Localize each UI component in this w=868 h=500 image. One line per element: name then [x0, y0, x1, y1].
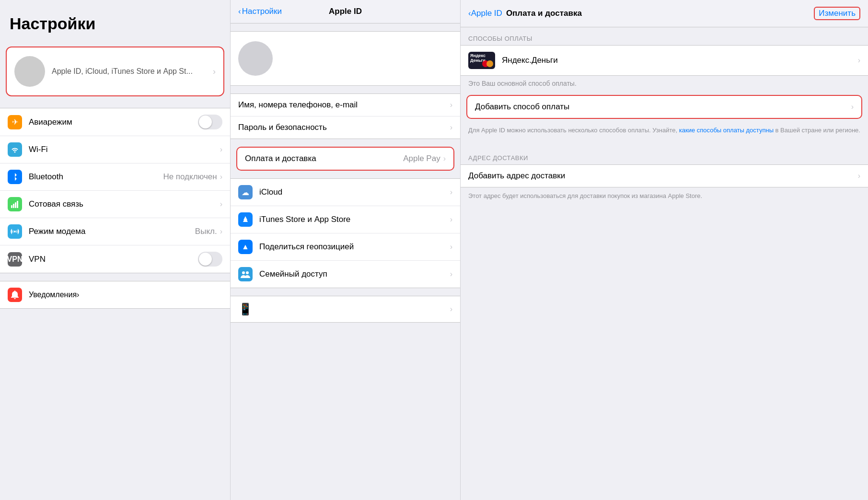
- wifi-row[interactable]: Wi-Fi ›: [0, 136, 230, 163]
- chevron-left-icon: ‹: [238, 7, 241, 16]
- chevron-right-icon: ›: [450, 215, 452, 224]
- wifi-icon: [8, 142, 22, 157]
- svg-rect-3: [17, 201, 18, 208]
- chevron-right-icon: ›: [450, 188, 452, 197]
- svg-rect-1: [13, 204, 14, 208]
- payment-nav-title: Оплата и доставка: [506, 9, 660, 18]
- notifications-icon: [8, 288, 22, 302]
- profile-avatar: [238, 41, 273, 76]
- icloud-label: iCloud: [259, 187, 450, 197]
- airplane-mode-row[interactable]: ✈ Авиарежим: [0, 108, 230, 136]
- location-row[interactable]: ▲ Поделиться геопозицией ›: [231, 233, 460, 261]
- svg-point-6: [246, 271, 249, 274]
- profile-section: [231, 31, 460, 86]
- hotspot-icon: [8, 224, 22, 239]
- name-phone-row[interactable]: Имя, номера телефонов, e-mail ›: [231, 94, 460, 116]
- name-phone-label: Имя, номера телефонов, e-mail: [238, 100, 450, 110]
- add-delivery-row[interactable]: Добавить адрес доставки ›: [461, 164, 868, 187]
- password-security-label: Пароль и безопасность: [238, 123, 450, 132]
- chevron-right-icon: ›: [450, 270, 452, 279]
- payment-delivery-value: Apple Pay: [403, 154, 440, 163]
- icloud-row[interactable]: ☁ iCloud ›: [231, 179, 460, 206]
- back-to-appleid-button[interactable]: ‹ Apple ID: [468, 9, 502, 18]
- add-payment-note: Для Apple ID можно использовать нескольк…: [461, 121, 868, 143]
- chevron-right-icon: ›: [77, 291, 79, 299]
- delivery-note: Этот адрес будет использоваться для дост…: [461, 187, 868, 209]
- vpn-label: VPN: [29, 255, 198, 264]
- appstore-row[interactable]: iTunes Store и App Store ›: [231, 206, 460, 233]
- add-delivery-label: Добавить адрес доставки: [468, 171, 858, 181]
- family-icon: [238, 267, 253, 281]
- airplane-icon: ✈: [8, 115, 22, 129]
- icloud-icon: ☁: [238, 185, 253, 199]
- services-section: ☁ iCloud › iTunes Store и App Store › ▲ …: [231, 178, 460, 288]
- vpn-toggle[interactable]: [198, 252, 222, 267]
- chevron-right-icon: ›: [450, 101, 452, 109]
- chevron-right-icon: ›: [213, 67, 216, 77]
- chevron-right-icon: ›: [450, 305, 452, 314]
- chevron-right-icon: ›: [220, 173, 222, 181]
- svg-point-4: [14, 231, 16, 233]
- add-payment-note-suffix: в Вашей стране или регионе.: [774, 127, 860, 134]
- payment-methods-link[interactable]: какие способы оплаты доступны: [679, 127, 774, 134]
- device-row[interactable]: 📱 ›: [231, 296, 460, 323]
- bluetooth-value: Не подключен: [163, 172, 217, 182]
- back-label: Настройки: [242, 7, 282, 16]
- cellular-label: Сотовая связь: [29, 199, 220, 209]
- vpn-icon: VPN: [8, 252, 22, 267]
- bluetooth-icon: [8, 170, 22, 184]
- vpn-row[interactable]: VPN VPN: [0, 245, 230, 273]
- payment-delivery-row[interactable]: Оплата и доставка Apple Pay ›: [236, 147, 454, 171]
- airplane-toggle[interactable]: [198, 115, 222, 129]
- apple-id-row[interactable]: Apple ID, iCloud, iTunes Store и App St.…: [6, 47, 224, 96]
- bluetooth-label: Bluetooth: [29, 172, 163, 182]
- settings-panel: Настройки Apple ID, iCloud, iTunes Store…: [0, 0, 230, 500]
- password-security-row[interactable]: Пароль и безопасность ›: [231, 116, 460, 139]
- appstore-label: iTunes Store и App Store: [259, 215, 450, 224]
- bluetooth-row[interactable]: Bluetooth Не подключен ›: [0, 163, 230, 191]
- avatar: [14, 56, 45, 87]
- add-payment-label: Добавить способ оплаты: [475, 102, 851, 112]
- chevron-right-icon: ›: [220, 227, 222, 236]
- svg-rect-2: [15, 202, 16, 208]
- notifications-row[interactable]: Уведомления ›: [0, 281, 230, 309]
- chevron-right-icon: ›: [450, 243, 452, 251]
- settings-main-section: ✈ Авиарежим Wi-Fi › Bluetooth Не подключ…: [0, 108, 230, 273]
- payment-section-header: СПОСОБЫ ОПЛАТЫ: [461, 27, 868, 45]
- edit-button[interactable]: Изменить: [814, 7, 860, 20]
- delivery-section-header: АДРЕС ДОСТАВКИ: [461, 147, 868, 164]
- appstore-icon: [238, 212, 253, 227]
- card-subtitle: Это Ваш основной способ оплаты.: [461, 76, 868, 93]
- notifications-label: Уведомления: [29, 291, 77, 299]
- chevron-right-icon: ›: [858, 172, 860, 180]
- payment-nav: ‹ Apple ID Оплата и доставка Изменить: [461, 0, 868, 27]
- apple-id-nav: ‹ Настройки Apple ID: [231, 0, 460, 23]
- svg-point-5: [242, 271, 245, 274]
- hotspot-value: Выкл.: [195, 227, 217, 236]
- card-row[interactable]: ЯндексДеньги Яндекс.Деньги ›: [461, 45, 868, 76]
- chevron-right-icon: ›: [858, 56, 860, 65]
- add-payment-note-text: Для Apple ID можно использовать нескольк…: [468, 127, 679, 134]
- settings-title: Настройки: [0, 0, 230, 43]
- airplane-mode-label: Авиарежим: [29, 117, 198, 127]
- cellular-row[interactable]: Сотовая связь ›: [0, 191, 230, 218]
- hotspot-row[interactable]: Режим модема Выкл. ›: [0, 218, 230, 245]
- location-label: Поделиться геопозицией: [259, 242, 450, 252]
- chevron-right-icon: ›: [220, 145, 222, 154]
- wifi-label: Wi-Fi: [29, 145, 220, 154]
- apple-id-nav-title: Apple ID: [329, 7, 362, 16]
- chevron-right-icon: ›: [851, 103, 854, 111]
- family-row[interactable]: Семейный доступ ›: [231, 261, 460, 288]
- hotspot-label: Режим модема: [29, 227, 195, 236]
- device-icon: 📱: [238, 302, 253, 316]
- location-icon: ▲: [238, 240, 253, 254]
- payment-panel: ‹ Apple ID Оплата и доставка Изменить СП…: [460, 0, 868, 500]
- family-label: Семейный доступ: [259, 269, 450, 279]
- chevron-right-icon: ›: [443, 154, 446, 163]
- card-image: ЯндексДеньги: [468, 52, 495, 69]
- svg-rect-0: [11, 205, 12, 208]
- delivery-section: АДРЕС ДОСТАВКИ Добавить адрес доставки ›…: [461, 147, 868, 209]
- add-payment-row[interactable]: Добавить способ оплаты ›: [466, 95, 862, 119]
- back-to-settings-button[interactable]: ‹ Настройки: [238, 7, 282, 16]
- payment-delivery-label: Оплата и доставка: [245, 154, 403, 163]
